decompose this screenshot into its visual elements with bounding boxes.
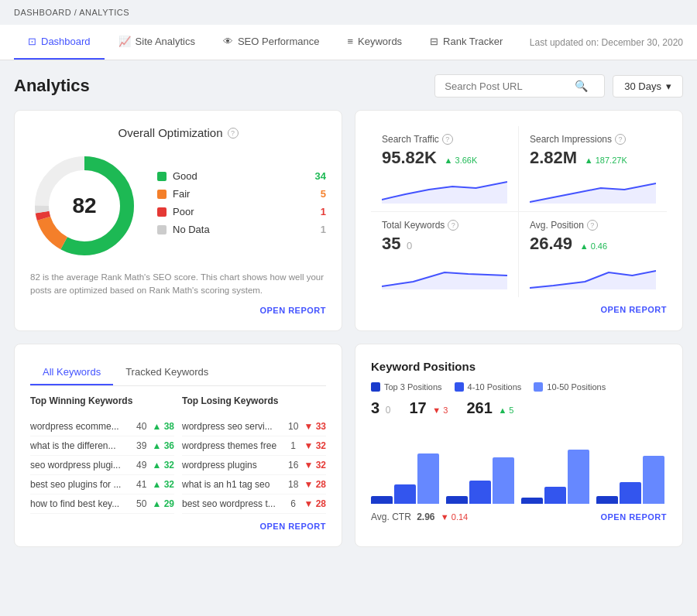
tab-tracked-keywords[interactable]: Tracked Keywords [113,360,221,385]
losing-kw-row-0: wordpress seo servi... 10 ▼ 33 [182,417,326,436]
avg-position-label: Avg. Position ? [530,220,656,231]
tab-all-keywords[interactable]: All Keywords [30,360,113,385]
keywords-open-report[interactable]: OPEN REPORT [30,522,326,531]
kp-stats: 3 0 17 ▼ 3 261 ▲ 5 [371,399,667,417]
search-traffic-label: Search Traffic ? [382,134,507,145]
kp-open-report[interactable]: OPEN REPORT [600,512,667,522]
search-impressions-cell: Search Impressions ? 2.82M ▲ 187.27K [519,126,667,212]
nav-tabs-list: ⊡ Dashboard 📈 Site Analytics 👁 SEO Perfo… [14,25,517,60]
keywords-mini-chart [382,258,507,289]
kp-legend-top3: Top 3 Positions [371,382,442,392]
kp-bar-group-0 [371,453,441,504]
tab-seo-performance[interactable]: 👁 SEO Performance [209,25,334,60]
donut-chart: 82 [30,152,139,260]
kp-legend-10-50: 10-50 Positions [534,382,606,392]
optimization-card: Overall Optimization ? [14,110,342,331]
rank-tracker-icon: ⊟ [430,36,438,47]
losing-keywords-col: Top Losing Keywords wordpress seo servi.… [182,395,326,514]
site-analytics-icon: 📈 [118,36,131,47]
search-stats-card: Search Traffic ? 95.82K ▲ 3.66K [355,110,683,331]
search-url-box: 🔍 [434,74,605,98]
optimization-open-report[interactable]: OPEN REPORT [30,306,326,315]
search-traffic-cell: Search Traffic ? 95.82K ▲ 3.66K [371,126,519,212]
kp-bar-group-3 [596,456,667,504]
avg-position-value: 26.49 ▲ 0.46 [530,234,656,254]
tab-rank-tracker[interactable]: ⊟ Rank Tracker [416,25,517,60]
legend-poor: Poor 1 [157,206,326,217]
tab-keywords[interactable]: ≡ Keywords [333,25,416,60]
impressions-mini-chart [530,173,656,204]
winning-kw-row-0: wordpress ecomme... 40 ▲ 38 [30,417,174,436]
avg-position-mini-chart [530,258,656,289]
page-header: Analytics 🔍 30 Days ▾ [14,74,683,98]
winning-kw-row-1: what is the differen... 39 ▲ 36 [30,436,174,456]
optimization-description: 82 is the average Rank Math's SEO score.… [30,271,326,298]
kp-stat-4-10: 17 ▼ 3 [409,399,448,417]
impressions-info-icon[interactable]: ? [615,134,626,145]
search-traffic-value: 95.82K ▲ 3.66K [382,148,507,168]
legend-no-data: No Data 1 [157,224,326,235]
kp-footer: Avg. CTR 2.96 ▼ 0.14 OPEN REPORT [371,512,667,522]
optimization-info-icon[interactable]: ? [228,128,239,139]
legend-fair: Fair 5 [157,188,326,200]
seo-performance-icon: 👁 [223,36,233,47]
winning-kw-row-3: best seo plugins for ... 41 ▲ 32 [30,475,174,495]
kp-legend-4-10: 4-10 Positions [455,382,522,392]
avg-position-info-icon[interactable]: ? [587,220,598,231]
keyword-positions-card: Keyword Positions Top 3 Positions 4-10 P… [355,344,683,547]
total-keywords-value: 35 0 [382,234,507,254]
dashboard-icon: ⊡ [28,36,36,47]
winning-kw-row-4: how to find best key... 50 ▲ 29 [30,495,174,514]
kp-title: Keyword Positions [371,360,667,373]
winning-keywords-col: Top Winning Keywords wordpress ecomme...… [30,395,174,514]
tab-dashboard[interactable]: ⊡ Dashboard [14,25,105,60]
legend-good: Good 34 [157,170,326,182]
avg-ctr: Avg. CTR 2.96 ▼ 0.14 [371,512,468,522]
search-impressions-value: 2.82M ▲ 187.27K [530,148,656,168]
losing-kw-row-2: wordpress plugins 16 ▼ 32 [182,456,326,475]
chevron-down-icon: ▾ [666,80,671,92]
last-updated: Last updated on: December 30, 2020 [530,37,683,48]
kp-bar-chart [371,426,667,504]
keywords-tabs: All Keywords Tracked Keywords [30,360,326,386]
total-keywords-cell: Total Keywords ? 35 0 [371,212,519,297]
total-keywords-label: Total Keywords ? [382,220,507,231]
keywords-icon: ≡ [347,36,353,47]
header-controls: 🔍 30 Days ▾ [434,74,683,98]
kp-legend: Top 3 Positions 4-10 Positions 10-50 Pos… [371,382,667,392]
kp-bar-group-2 [521,450,592,504]
traffic-info-icon[interactable]: ? [442,134,453,145]
search-impressions-label: Search Impressions ? [530,134,656,145]
page-title: Analytics [14,76,90,96]
optimization-score: 82 [72,193,96,218]
keywords-info-icon[interactable]: ? [448,220,458,231]
optimization-title: Overall Optimization ? [30,126,326,139]
search-url-input[interactable] [445,80,568,92]
days-dropdown[interactable]: 30 Days ▾ [613,75,683,98]
tab-site-analytics[interactable]: 📈 Site Analytics [105,25,209,60]
losing-kw-row-1: wordpress themes free 1 ▼ 32 [182,436,326,456]
search-icon: 🔍 [575,80,588,92]
avg-position-cell: Avg. Position ? 26.49 ▲ 0.46 [519,212,667,297]
kp-stat-top3: 3 0 [371,399,390,417]
kp-bar-group-1 [446,457,517,504]
breadcrumb: DASHBOARD / ANALYTICS [0,0,697,25]
kp-stat-10-50: 261 ▲ 5 [466,399,513,417]
nav-bar: ⊡ Dashboard 📈 Site Analytics 👁 SEO Perfo… [0,25,697,60]
losing-kw-row-4: best seo wordpress t... 6 ▼ 28 [182,495,326,514]
optimization-legend: Good 34 Fair 5 Poor [157,170,326,241]
traffic-mini-chart [382,173,507,204]
losing-kw-row-3: what is an h1 tag seo 18 ▼ 28 [182,475,326,495]
keywords-panel: All Keywords Tracked Keywords Top Winnin… [14,344,342,547]
winning-kw-row-2: seo wordpress plugi... 49 ▲ 32 [30,456,174,475]
search-stats-open-report[interactable]: OPEN REPORT [371,305,667,314]
